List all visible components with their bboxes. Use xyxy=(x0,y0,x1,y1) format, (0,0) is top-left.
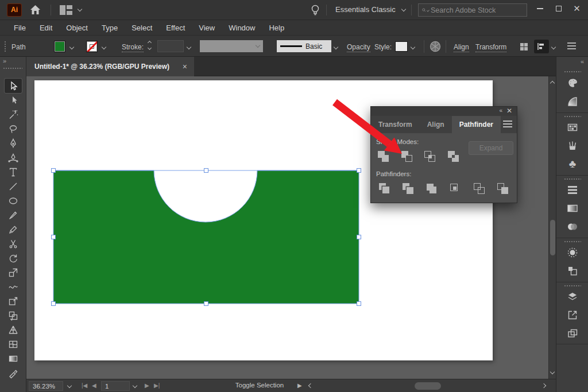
tool-lasso[interactable] xyxy=(5,122,22,136)
stroke-panel-icon[interactable] xyxy=(564,183,581,197)
grip[interactable] xyxy=(564,178,581,180)
tool-eyedropper[interactable] xyxy=(5,366,22,380)
tool-curvature[interactable] xyxy=(5,150,22,165)
status-play-icon[interactable]: ▶ xyxy=(297,382,302,389)
tool-gradient[interactable] xyxy=(5,351,22,366)
stroke-chevron-icon[interactable] xyxy=(102,45,106,49)
shape-mode-intersect-button[interactable] xyxy=(424,150,436,163)
scroll-up-icon[interactable] xyxy=(550,81,555,86)
stroke-width-stepper[interactable] xyxy=(148,41,151,49)
tool-perspective-grid[interactable] xyxy=(5,323,22,337)
brush-chevron-icon[interactable] xyxy=(334,45,338,49)
scroll-right-icon[interactable] xyxy=(541,383,546,388)
pathfinder-minus-back-button[interactable] xyxy=(497,183,509,195)
home-icon[interactable] xyxy=(30,5,41,15)
tool-pen[interactable] xyxy=(5,136,22,150)
transform-label[interactable]: Transform xyxy=(475,43,506,52)
pathfinder-divide-button[interactable] xyxy=(378,183,391,195)
menu-select[interactable]: Select xyxy=(125,24,159,32)
vertical-scrollbar[interactable] xyxy=(548,76,556,379)
panel-header[interactable]: « ✕ xyxy=(371,107,517,116)
zoom-level-field[interactable]: 36.23% xyxy=(29,381,63,391)
workspace-grid-icon[interactable] xyxy=(520,43,528,51)
workspace-switcher[interactable]: Essentials Classic xyxy=(335,5,396,14)
stroke-width-field[interactable] xyxy=(157,40,184,52)
menu-file[interactable]: File xyxy=(7,24,33,32)
graphic-styles-panel-icon[interactable] xyxy=(564,263,581,278)
discover-lightbulb-icon[interactable] xyxy=(310,4,320,15)
tool-scale[interactable] xyxy=(5,265,22,280)
tab-close-icon[interactable]: × xyxy=(183,62,187,71)
symbols-panel-icon[interactable]: ♣ xyxy=(564,157,581,172)
menu-view[interactable]: View xyxy=(192,24,222,32)
brush-definition-dropdown[interactable]: Basic xyxy=(277,40,331,52)
stroke-width-chevron-icon[interactable] xyxy=(187,45,191,49)
next-artboard-icon[interactable]: ▶ xyxy=(145,382,149,389)
opacity-label[interactable]: Opacity xyxy=(347,43,370,52)
control-bar-menu-icon[interactable] xyxy=(567,42,576,51)
pathfinder-outline-button[interactable] xyxy=(473,183,486,195)
align-panel-chevron-icon[interactable] xyxy=(551,45,556,49)
shape-mode-minus-front-button[interactable] xyxy=(401,150,413,163)
tool-ellipse[interactable] xyxy=(5,193,22,208)
menu-window[interactable]: Window xyxy=(222,24,262,32)
tool-rotate[interactable] xyxy=(5,251,22,265)
tool-width[interactable] xyxy=(5,280,22,294)
graphic-style-swatch[interactable] xyxy=(395,41,408,52)
tool-magic-wand[interactable] xyxy=(5,107,22,122)
style-chevron-icon[interactable] xyxy=(411,45,415,49)
gradient-panel-icon[interactable] xyxy=(564,201,581,216)
first-artboard-icon[interactable]: |◀ xyxy=(82,382,87,389)
appearance-panel-icon[interactable] xyxy=(564,245,581,260)
vertical-scroll-thumb[interactable] xyxy=(550,220,555,255)
menu-effect[interactable]: Effect xyxy=(159,24,192,32)
grip[interactable] xyxy=(564,240,581,243)
document-tab[interactable]: Untitled-1* @ 36.23% (RGB/GPU Preview) × xyxy=(26,57,194,76)
tool-direct-selection[interactable] xyxy=(5,93,22,107)
tool-paintbrush[interactable] xyxy=(5,208,22,222)
scroll-down-icon[interactable] xyxy=(550,370,555,374)
search-scope-chevron-icon[interactable] xyxy=(426,9,429,11)
horizontal-scroll-thumb[interactable] xyxy=(415,382,441,390)
fill-chevron-icon[interactable] xyxy=(69,45,74,49)
pathfinder-merge-button[interactable] xyxy=(425,183,438,195)
panel-collapse-icon[interactable]: « xyxy=(499,107,502,114)
transparency-panel-icon[interactable] xyxy=(564,219,581,234)
menu-object[interactable]: Object xyxy=(59,24,95,32)
swatches-panel-icon[interactable] xyxy=(564,120,581,135)
stroke-color-swatch[interactable] xyxy=(86,41,98,52)
pathfinder-crop-button[interactable] xyxy=(449,183,462,195)
tool-selection[interactable] xyxy=(5,79,22,93)
color-panel-icon[interactable] xyxy=(564,76,581,91)
arrange-documents-chevron-icon[interactable] xyxy=(78,7,82,11)
shape-mode-unite-button[interactable] xyxy=(377,150,390,163)
grip[interactable] xyxy=(4,41,7,52)
tab-align[interactable]: Align xyxy=(420,116,452,133)
tool-type[interactable] xyxy=(5,165,22,179)
pathfinder-trim-button[interactable] xyxy=(402,183,415,195)
zoom-chevron-icon[interactable] xyxy=(67,383,72,388)
align-panel-button[interactable] xyxy=(534,40,549,53)
stroke-label[interactable]: Stroke: xyxy=(122,43,144,52)
tool-scissors[interactable] xyxy=(5,236,22,251)
artboard-chevron-icon[interactable] xyxy=(133,383,137,388)
grip[interactable] xyxy=(564,71,581,73)
tool-pencil[interactable] xyxy=(5,222,22,236)
previous-artboard-icon[interactable]: ◀ xyxy=(92,382,96,389)
grip[interactable] xyxy=(564,115,581,118)
toolbar-collapse-icon[interactable]: » xyxy=(3,57,6,64)
shape-mode-exclude-button[interactable] xyxy=(447,150,460,163)
artboard-number-field[interactable]: 1 xyxy=(101,381,130,391)
last-artboard-icon[interactable]: ▶| xyxy=(154,382,160,389)
maximize-button[interactable] xyxy=(550,0,567,17)
layers-panel-icon[interactable] xyxy=(564,289,581,304)
adobe-stock-search[interactable] xyxy=(418,3,527,17)
tool-free-transform[interactable] xyxy=(5,294,22,308)
tab-pathfinder[interactable]: Pathfinder xyxy=(452,116,501,133)
recolor-artwork-icon[interactable] xyxy=(430,41,441,52)
tab-transform[interactable]: Transform xyxy=(371,116,420,133)
asset-export-panel-icon[interactable] xyxy=(564,326,581,341)
color-guide-panel-icon[interactable] xyxy=(564,94,581,109)
minimize-button[interactable] xyxy=(531,0,549,17)
menu-type[interactable]: Type xyxy=(95,24,125,32)
